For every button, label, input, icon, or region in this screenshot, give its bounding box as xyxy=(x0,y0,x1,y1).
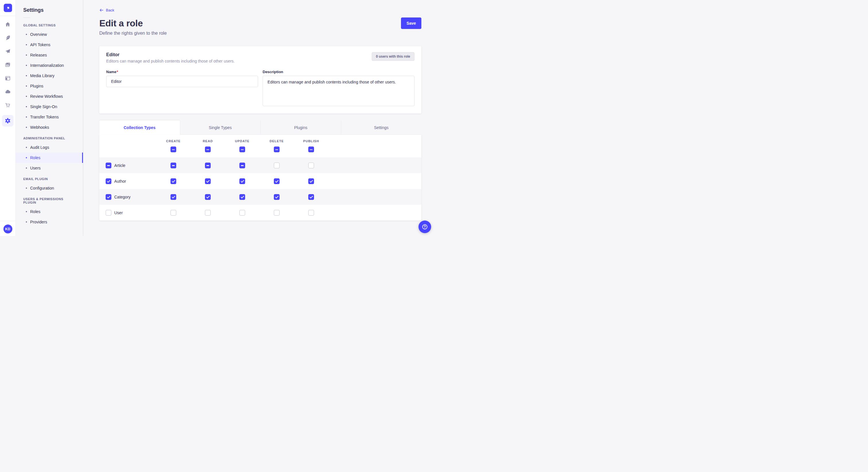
cloud-icon[interactable] xyxy=(2,88,13,96)
user-row-checkbox[interactable] xyxy=(105,210,112,216)
save-button[interactable]: Save xyxy=(401,18,422,29)
column-publish: PUBLISH xyxy=(294,139,329,152)
bullet-dot xyxy=(26,96,27,97)
home-icon[interactable] xyxy=(2,21,13,28)
cell-article-update xyxy=(225,163,259,168)
sidebar-item-audit-logs[interactable]: Audit Logs xyxy=(16,142,83,153)
name-field[interactable] xyxy=(106,76,258,87)
sidebar-item-label: Users xyxy=(30,166,41,170)
cell-article-delete xyxy=(259,163,294,168)
user-read-checkbox[interactable] xyxy=(205,210,211,216)
sidebar-item-single-sign-on[interactable]: Single Sign-On xyxy=(16,102,83,112)
row-name-cell: Author xyxy=(99,178,156,184)
name-field-label: Name* xyxy=(106,70,258,74)
section-label-users-permissions-plugin: USERS & PERMISSIONS PLUGIN xyxy=(16,193,83,206)
sidebar-item-roles[interactable]: Roles xyxy=(16,153,83,163)
select-all-create-checkbox[interactable] xyxy=(170,146,176,152)
category-read-checkbox[interactable] xyxy=(205,194,211,200)
cell-user-create xyxy=(156,210,191,216)
back-link[interactable]: Back xyxy=(99,8,114,12)
author-row-checkbox[interactable] xyxy=(105,178,112,184)
user-publish-checkbox[interactable] xyxy=(308,210,314,216)
sidebar-item-overview[interactable]: Overview xyxy=(16,29,83,40)
sidebar-item-webhooks[interactable]: Webhooks xyxy=(16,122,83,133)
select-all-delete-checkbox[interactable] xyxy=(274,146,280,152)
category-delete-checkbox[interactable] xyxy=(274,194,280,200)
paper-plane-icon[interactable] xyxy=(2,47,13,55)
help-button[interactable] xyxy=(418,221,431,233)
name-field-group: Name* xyxy=(106,70,258,107)
select-all-read-checkbox[interactable] xyxy=(205,146,211,152)
tab-single-types[interactable]: Single Types xyxy=(180,121,260,135)
column-label-delete: DELETE xyxy=(270,139,284,143)
description-field-label: Description xyxy=(262,70,414,74)
cell-article-read xyxy=(191,163,225,168)
tab-collection-types[interactable]: Collection Types xyxy=(99,121,180,135)
article-publish-checkbox[interactable] xyxy=(308,163,314,168)
tab-plugins[interactable]: Plugins xyxy=(260,121,341,135)
author-read-checkbox[interactable] xyxy=(205,178,211,184)
role-description-text: Editors can manage and publish contents … xyxy=(106,59,235,63)
author-update-checkbox[interactable] xyxy=(239,178,245,184)
main-content: Back Edit a role Save Define the rights … xyxy=(83,0,434,236)
user-delete-checkbox[interactable] xyxy=(274,210,280,216)
category-create-checkbox[interactable] xyxy=(170,194,176,200)
select-all-update-checkbox[interactable] xyxy=(239,146,245,152)
category-row-checkbox[interactable] xyxy=(105,194,112,200)
bullet-dot xyxy=(26,86,27,87)
bullet-dot xyxy=(26,44,27,45)
sidebar-item-configuration[interactable]: Configuration xyxy=(16,183,83,193)
sidebar-item-label: Overview xyxy=(30,32,47,37)
name-label-text: Name xyxy=(106,70,116,74)
strapi-logo[interactable] xyxy=(4,4,12,12)
category-update-checkbox[interactable] xyxy=(239,194,245,200)
bullet-dot xyxy=(26,147,27,148)
settings-gear-icon[interactable] xyxy=(2,115,13,127)
back-arrow-icon xyxy=(99,8,104,12)
column-create: CREATE xyxy=(156,139,191,152)
cell-category-create xyxy=(156,194,191,200)
sidebar-item-transfer-tokens[interactable]: Transfer Tokens xyxy=(16,112,83,122)
cell-category-update xyxy=(225,194,259,200)
section-label-global-settings: GLOBAL SETTINGS xyxy=(16,20,83,29)
sidebar-item-label: Releases xyxy=(30,53,47,57)
cell-article-publish xyxy=(294,163,329,168)
sidebar-item-releases[interactable]: Releases xyxy=(16,50,83,60)
feather-icon[interactable] xyxy=(2,34,13,42)
sidebar-item-label: Single Sign-On xyxy=(30,104,57,109)
select-all-publish-checkbox[interactable] xyxy=(308,146,314,152)
sidebar-item-media-library[interactable]: Media Library xyxy=(16,71,83,81)
sidebar-item-api-tokens[interactable]: API Tokens xyxy=(16,40,83,50)
article-read-checkbox[interactable] xyxy=(205,163,211,168)
author-delete-checkbox[interactable] xyxy=(274,178,280,184)
column-label-read: READ xyxy=(203,139,213,143)
marketplace-cart-icon[interactable] xyxy=(2,102,13,109)
article-update-checkbox[interactable] xyxy=(239,163,245,168)
permissions-section: Collection Types Single Types Plugins Se… xyxy=(99,121,422,221)
article-delete-checkbox[interactable] xyxy=(274,163,280,168)
user-update-checkbox[interactable] xyxy=(239,210,245,216)
tab-settings[interactable]: Settings xyxy=(341,121,422,135)
sidebar-item-review-workflows[interactable]: Review Workflows xyxy=(16,91,83,102)
sidebar-item-internationalization[interactable]: Internationalization xyxy=(16,60,83,71)
media-library-icon[interactable] xyxy=(2,61,13,69)
article-row-checkbox[interactable] xyxy=(105,163,112,168)
sidebar-item-up-roles[interactable]: Roles xyxy=(16,206,83,217)
layout-icon[interactable] xyxy=(2,74,13,82)
user-create-checkbox[interactable] xyxy=(170,210,176,216)
user-avatar[interactable]: KD xyxy=(3,225,12,233)
sidebar-item-label: Configuration xyxy=(30,186,54,191)
sidebar-item-users[interactable]: Users xyxy=(16,163,83,173)
cell-author-read xyxy=(191,178,225,184)
sidebar-item-plugins[interactable]: Plugins xyxy=(16,81,83,91)
cell-author-create xyxy=(156,178,191,184)
description-field[interactable]: Editors can manage and publish contents … xyxy=(262,76,414,106)
author-create-checkbox[interactable] xyxy=(170,178,176,184)
author-publish-checkbox[interactable] xyxy=(308,178,314,184)
sidebar-item-label: Providers xyxy=(30,220,47,224)
column-update: UPDATE xyxy=(225,139,259,152)
bullet-dot xyxy=(26,157,27,158)
sidebar-item-providers[interactable]: Providers xyxy=(16,217,83,227)
category-publish-checkbox[interactable] xyxy=(308,194,314,200)
article-create-checkbox[interactable] xyxy=(170,163,176,168)
